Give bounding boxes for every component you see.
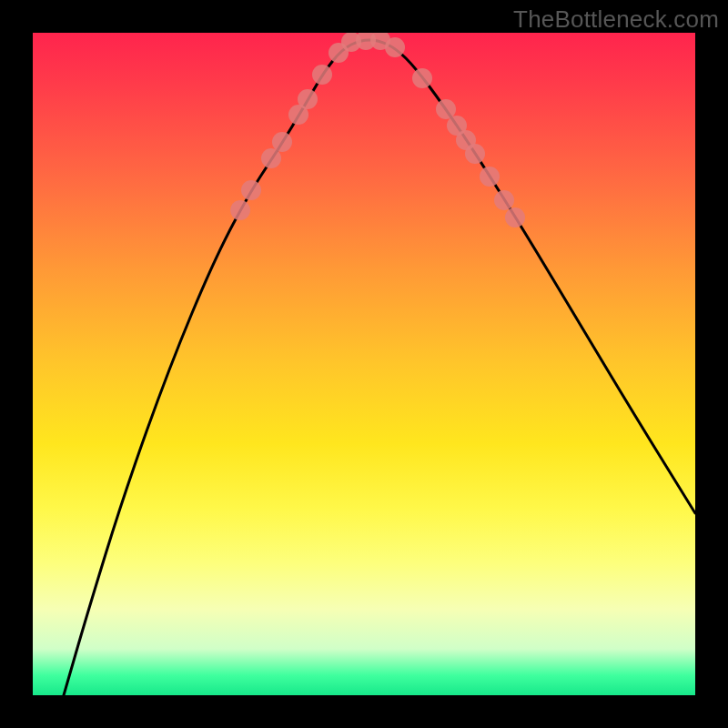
highlight-dot [436, 99, 456, 119]
plot-area [33, 33, 695, 695]
highlight-dot [385, 37, 405, 57]
highlight-dot [480, 167, 500, 187]
chart-frame: TheBottleneck.com [0, 0, 728, 728]
highlight-dots-group [230, 33, 525, 228]
highlight-dot [412, 68, 432, 88]
highlight-dot [505, 207, 525, 228]
highlight-dot [298, 89, 318, 109]
highlight-dot [230, 200, 250, 220]
highlight-dot [465, 144, 485, 164]
chart-svg [33, 33, 695, 695]
highlight-dot [272, 132, 292, 152]
attribution-text: TheBottleneck.com [513, 5, 719, 34]
highlight-dot [312, 65, 332, 85]
highlight-dot [261, 148, 281, 168]
bottleneck-curve [64, 40, 695, 695]
highlight-dot [494, 190, 514, 210]
highlight-dot [241, 180, 261, 200]
